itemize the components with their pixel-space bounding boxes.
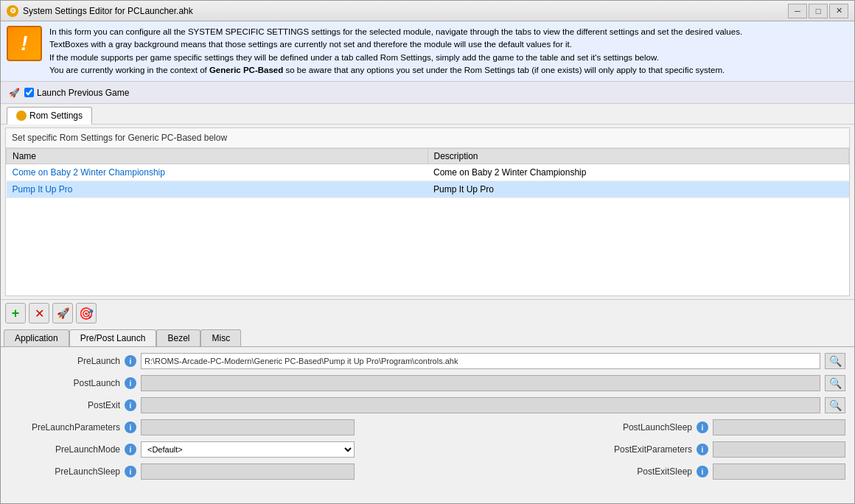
launch-previous-game-label: Launch Previous Game [37, 88, 129, 98]
postexit-params-label: PostExitParameters [614, 444, 692, 455]
postlaunch-sleep-input[interactable] [713, 419, 845, 435]
mode-exit-params-row: PreLaunchMode i <Default> Wait NoWait Po… [10, 441, 845, 458]
main-layout: ! In this form you can configure all the… [1, 21, 854, 504]
info-line-2: TextBoxes with a gray background means t… [49, 38, 742, 51]
postlaunch-sleep-label: PostLaunchSleep [623, 422, 692, 433]
postexit-sleep-info-btn[interactable]: i [697, 466, 708, 477]
rom-tab-bar: Rom Settings [1, 104, 854, 125]
params-sleep-row: PreLaunchParameters i PostLaunchSleep i [10, 419, 845, 435]
rom-settings-tab[interactable]: Rom Settings [7, 107, 92, 125]
prelaunch-params-label: PreLaunchParameters [10, 422, 120, 433]
prelaunch-search-btn[interactable]: 🔍 [825, 353, 845, 369]
postexit-row: PostExit i 🔍 [10, 397, 845, 413]
rom-description-cell: Pump It Up Pro [427, 181, 849, 198]
tab-bezel[interactable]: Bezel [156, 329, 200, 346]
postexit-sleep-input[interactable] [713, 463, 845, 480]
postexit-input[interactable] [141, 397, 820, 413]
table-row[interactable]: Come on Baby 2 Winter ChampionshipCome o… [7, 164, 849, 181]
postlaunch-row: PostLaunch i 🔍 [10, 375, 845, 391]
postexit-params-input[interactable] [713, 441, 845, 458]
rom-description-cell: Come on Baby 2 Winter Championship [427, 164, 849, 181]
prelaunch-mode-select[interactable]: <Default> Wait NoWait [141, 441, 355, 458]
bottom-tab-bar: Application Pre/Post Launch Bezel Misc [1, 326, 854, 346]
rom-table: Name Description Come on Baby 2 Winter C… [6, 148, 849, 198]
prelaunch-mode-label: PreLaunchMode [10, 444, 120, 455]
table-actions: + ✕ 🚀 🎯 [1, 299, 854, 326]
toolbar: 🚀 Launch Previous Game [1, 82, 854, 104]
minimize-button[interactable]: ─ [788, 4, 807, 18]
rom-tab-label: Rom Settings [29, 111, 83, 121]
prelaunch-sleep-input[interactable] [141, 463, 355, 480]
rom-content: Set specific Rom Settings for Generic PC… [5, 127, 850, 296]
title-bar-left: ⚙ System Settings Editor for PCLauncher.… [7, 5, 193, 17]
info-bold-context: Generic PC-Based [209, 66, 283, 74]
rom-settings-header: Set specific Rom Settings for Generic PC… [6, 128, 849, 148]
rom-name-cell: Come on Baby 2 Winter Championship [7, 164, 428, 181]
postlaunch-info-btn[interactable]: i [125, 377, 136, 389]
prelaunch-params-info-btn[interactable]: i [125, 421, 136, 433]
sleep-row: PreLaunchSleep i PostExitSleep i [10, 463, 845, 480]
rom-name-link[interactable]: Come on Baby 2 Winter Championship [13, 167, 165, 178]
info-line-3: If the module supports per game specific… [49, 52, 742, 64]
window-title: System Settings Editor for PCLauncher.ah… [23, 6, 193, 16]
prelaunch-input[interactable] [141, 353, 820, 369]
postexit-params-info-btn[interactable]: i [697, 444, 708, 455]
tab-prepost-launch[interactable]: Pre/Post Launch [69, 329, 157, 347]
rom-name-link[interactable]: Pump It Up Pro [13, 184, 73, 195]
prelaunch-info-btn[interactable]: i [125, 355, 136, 367]
postlaunch-sleep-info-btn[interactable]: i [697, 421, 708, 433]
postexit-sleep-label: PostExitSleep [637, 466, 692, 477]
rom-name-cell: Pump It Up Pro [7, 181, 428, 198]
postexit-search-btn[interactable]: 🔍 [825, 397, 845, 413]
form-panel: PreLaunch i 🔍 PostLaunch i 🔍 PostExit i … [1, 346, 854, 504]
col-description: Description [427, 149, 849, 164]
prelaunch-label: PreLaunch [10, 356, 120, 366]
col-name: Name [7, 149, 428, 164]
add-button[interactable]: + [5, 303, 26, 323]
prelaunch-row: PreLaunch i 🔍 [10, 353, 845, 369]
info-line-1: In this form you can configure all the S… [49, 26, 742, 38]
tab-application[interactable]: Application [4, 329, 69, 346]
info-line-4: You are currently working in the context… [49, 64, 742, 77]
launch-previous-game-checkbox[interactable]: Launch Previous Game [24, 88, 129, 98]
app-icon: ⚙ [7, 5, 18, 17]
rocket-icon: 🚀 [7, 85, 21, 100]
info-text: In this form you can configure all the S… [49, 26, 742, 77]
middle-section: Rom Settings Set specific Rom Settings f… [1, 104, 854, 504]
postlaunch-input[interactable] [141, 375, 820, 391]
maximize-button[interactable]: □ [809, 4, 828, 18]
close-button[interactable]: ✕ [829, 4, 848, 18]
info-panel: ! In this form you can configure all the… [1, 21, 854, 82]
rom-tab-icon [16, 111, 27, 121]
tab-misc[interactable]: Misc [200, 329, 241, 346]
edit-button[interactable]: 🚀 [52, 303, 73, 323]
title-bar: ⚙ System Settings Editor for PCLauncher.… [1, 1, 854, 21]
postexit-label: PostExit [10, 400, 120, 410]
postlaunch-label: PostLaunch [10, 378, 120, 388]
rom-table-wrapper: Name Description Come on Baby 2 Winter C… [6, 148, 849, 295]
table-row[interactable]: Pump It Up ProPump It Up Pro [7, 181, 849, 198]
info-icon: ! [7, 26, 42, 61]
launch-previous-game-input[interactable] [24, 88, 34, 97]
postlaunch-search-btn[interactable]: 🔍 [825, 375, 845, 391]
postexit-info-btn[interactable]: i [125, 399, 136, 411]
prelaunch-mode-info-btn[interactable]: i [125, 444, 136, 455]
remove-button[interactable]: ✕ [29, 303, 49, 323]
target-button[interactable]: 🎯 [76, 303, 97, 323]
title-bar-controls: ─ □ ✕ [788, 4, 848, 18]
prelaunch-sleep-info-btn[interactable]: i [125, 466, 136, 477]
prelaunch-params-input[interactable] [141, 419, 355, 435]
prelaunch-sleep-label: PreLaunchSleep [10, 466, 120, 477]
